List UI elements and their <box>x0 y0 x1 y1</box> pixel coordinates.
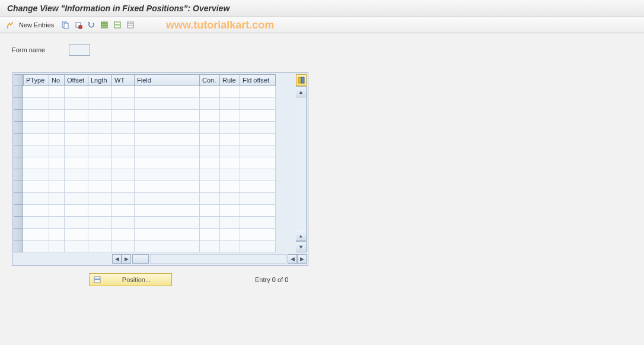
table-cell[interactable] <box>23 145 49 157</box>
table-cell[interactable] <box>220 98 240 110</box>
col-rule[interactable]: Rule <box>220 74 240 86</box>
row-selector[interactable] <box>14 205 23 217</box>
table-cell[interactable] <box>112 157 135 169</box>
table-cell[interactable] <box>200 229 220 240</box>
table-cell[interactable] <box>240 240 276 252</box>
position-button[interactable]: Position... <box>89 273 172 286</box>
row-selector[interactable] <box>14 181 23 193</box>
table-cell[interactable] <box>135 169 200 181</box>
table-cell[interactable] <box>49 193 65 205</box>
table-cell[interactable] <box>65 229 88 240</box>
table-cell[interactable] <box>200 122 220 134</box>
row-selector[interactable] <box>14 145 23 157</box>
table-cell[interactable] <box>135 134 200 145</box>
table-cell[interactable] <box>23 193 49 205</box>
row-selector[interactable] <box>14 169 23 181</box>
table-cell[interactable] <box>23 205 49 217</box>
table-cell[interactable] <box>23 169 49 181</box>
table-cell[interactable] <box>200 98 220 110</box>
table-cell[interactable] <box>65 122 88 134</box>
table-cell[interactable] <box>49 134 65 145</box>
table-cell[interactable] <box>200 193 220 205</box>
scroll-up-icon[interactable]: ▲ <box>296 87 306 97</box>
table-cell[interactable] <box>200 205 220 217</box>
scroll-left-icon[interactable]: ◀ <box>112 254 122 264</box>
table-cell[interactable] <box>65 157 88 169</box>
row-selector[interactable] <box>14 193 23 205</box>
table-cell[interactable] <box>200 110 220 122</box>
table-cell[interactable] <box>240 229 276 240</box>
table-cell[interactable] <box>49 229 65 240</box>
table-cell[interactable] <box>65 169 88 181</box>
table-cell[interactable] <box>88 86 112 98</box>
table-row[interactable] <box>23 134 296 145</box>
table-cell[interactable] <box>112 193 135 205</box>
row-selector[interactable] <box>14 240 23 252</box>
table-cell[interactable] <box>200 86 220 98</box>
table-cell[interactable] <box>65 240 88 252</box>
table-row[interactable] <box>23 157 296 169</box>
table-cell[interactable] <box>88 134 112 145</box>
table-cell[interactable] <box>112 86 135 98</box>
table-cell[interactable] <box>240 98 276 110</box>
table-cell[interactable] <box>200 169 220 181</box>
table-cell[interactable] <box>49 110 65 122</box>
table-cell[interactable] <box>112 240 135 252</box>
table-row[interactable] <box>23 169 296 181</box>
table-cell[interactable] <box>220 229 240 240</box>
table-cell[interactable] <box>220 193 240 205</box>
table-cell[interactable] <box>112 110 135 122</box>
table-cell[interactable] <box>88 193 112 205</box>
table-cell[interactable] <box>49 145 65 157</box>
table-row[interactable] <box>23 229 296 240</box>
table-cell[interactable] <box>135 98 200 110</box>
row-selector[interactable] <box>14 122 23 134</box>
table-cell[interactable] <box>65 86 88 98</box>
table-cell[interactable] <box>240 181 276 193</box>
table-cell[interactable] <box>23 134 49 145</box>
table-cell[interactable] <box>23 181 49 193</box>
table-cell[interactable] <box>88 217 112 229</box>
table-cell[interactable] <box>112 134 135 145</box>
table-cell[interactable] <box>49 217 65 229</box>
deselect-icon[interactable] <box>125 20 136 30</box>
table-row[interactable] <box>23 240 296 252</box>
hscroll-track[interactable] <box>150 254 286 264</box>
table-cell[interactable] <box>240 169 276 181</box>
table-cell[interactable] <box>135 205 200 217</box>
table-cell[interactable] <box>220 169 240 181</box>
table-cell[interactable] <box>220 181 240 193</box>
table-cell[interactable] <box>49 181 65 193</box>
table-cell[interactable] <box>240 86 276 98</box>
table-cell[interactable] <box>135 86 200 98</box>
table-cell[interactable] <box>23 86 49 98</box>
table-cell[interactable] <box>88 98 112 110</box>
table-cell[interactable] <box>88 110 112 122</box>
table-row[interactable] <box>23 86 296 98</box>
table-cell[interactable] <box>220 122 240 134</box>
table-cell[interactable] <box>49 122 65 134</box>
table-cell[interactable] <box>112 145 135 157</box>
table-cell[interactable] <box>112 181 135 193</box>
new-entries-button[interactable]: New Entries <box>18 21 58 29</box>
form-name-input[interactable] <box>69 44 90 56</box>
table-cell[interactable] <box>65 205 88 217</box>
table-row[interactable] <box>23 217 296 229</box>
table-cell[interactable] <box>23 122 49 134</box>
table-cell[interactable] <box>49 240 65 252</box>
scroll-right2-icon[interactable]: ▶ <box>297 254 307 264</box>
table-config-icon[interactable] <box>296 74 307 86</box>
col-no[interactable]: No <box>49 74 65 86</box>
table-cell[interactable] <box>49 169 65 181</box>
col-ptype[interactable]: PType <box>23 74 49 86</box>
table-cell[interactable] <box>88 145 112 157</box>
table-cell[interactable] <box>200 145 220 157</box>
col-offset[interactable]: Offset <box>65 74 88 86</box>
undo-icon[interactable] <box>86 20 97 30</box>
table-cell[interactable] <box>135 110 200 122</box>
copy-icon[interactable] <box>60 20 71 30</box>
table-cell[interactable] <box>220 86 240 98</box>
table-row[interactable] <box>23 122 296 134</box>
table-cell[interactable] <box>65 134 88 145</box>
table-cell[interactable] <box>135 145 200 157</box>
